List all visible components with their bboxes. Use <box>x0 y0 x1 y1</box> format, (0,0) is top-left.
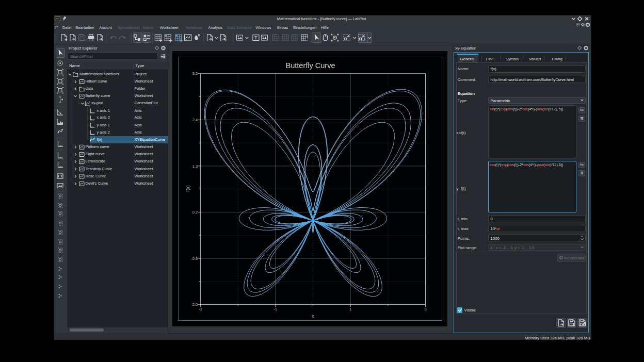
svg-text:-1: -1 <box>273 307 277 311</box>
svg-text:Butterfly Curve: Butterfly Curve <box>286 61 335 70</box>
svg-text:2.4: 2.4 <box>192 117 198 122</box>
svg-text:1.3: 1.3 <box>192 163 198 168</box>
svg-text:3: 3 <box>425 307 427 311</box>
svg-text:-0.9: -0.9 <box>191 256 198 260</box>
svg-text:0.2: 0.2 <box>192 210 198 215</box>
svg-text:x: x <box>312 313 314 318</box>
svg-text:3.5: 3.5 <box>192 71 198 76</box>
svg-text:-3: -3 <box>199 307 202 311</box>
svg-text:-2.0: -2.0 <box>191 302 198 307</box>
svg-text:f(x): f(x) <box>185 185 190 191</box>
svg-text:1: 1 <box>349 307 351 311</box>
